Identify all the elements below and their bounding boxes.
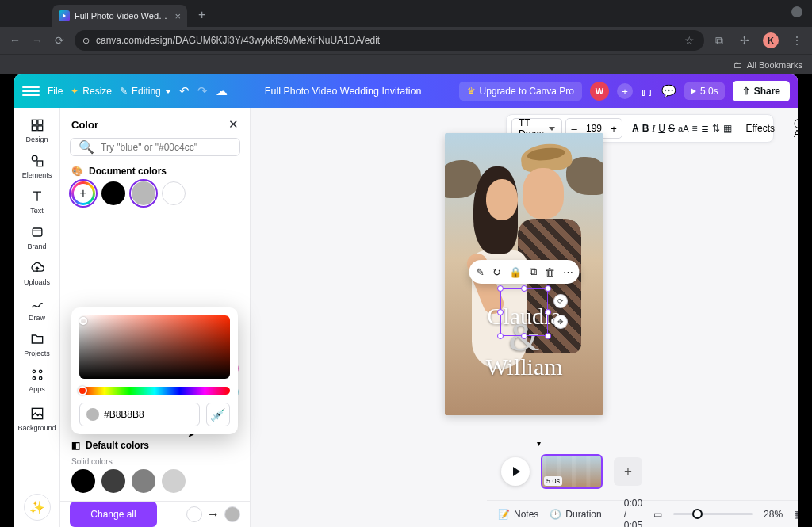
notes-button[interactable]: 📝Notes xyxy=(498,509,538,520)
grid-view-icon[interactable]: ▦ xyxy=(794,509,798,520)
lock-icon[interactable]: 🔒 xyxy=(509,266,522,278)
rail-design[interactable]: Design xyxy=(14,114,59,147)
add-collaborator-button[interactable]: + xyxy=(617,83,633,99)
transparency-button[interactable]: ▦ xyxy=(723,123,732,134)
add-page-button[interactable]: + xyxy=(614,457,642,486)
resize-handle[interactable] xyxy=(497,333,504,339)
resize-handle[interactable] xyxy=(497,309,504,315)
anthropic-icon[interactable]: ✢ xyxy=(737,35,752,46)
sv-handle[interactable] xyxy=(79,317,87,325)
new-tab-button[interactable]: + xyxy=(198,8,205,22)
text-name-2[interactable]: William xyxy=(485,353,562,380)
selection-box[interactable]: ⟳ ✥ xyxy=(500,288,548,336)
document-title[interactable]: Full Photo Video Wedding Invitation xyxy=(265,86,422,97)
profile-avatar[interactable]: K xyxy=(763,32,779,48)
rail-draw[interactable]: Draw xyxy=(14,292,59,325)
magic-button[interactable]: ✨ xyxy=(24,494,51,521)
spacing-button[interactable]: ⇅ xyxy=(712,123,720,134)
color-swatch[interactable] xyxy=(162,181,186,205)
window-control-icon[interactable] xyxy=(791,6,802,17)
resize-button[interactable]: ✦Resize xyxy=(71,86,112,97)
zoom-handle[interactable] xyxy=(692,509,703,519)
all-bookmarks-link[interactable]: All Bookmarks xyxy=(747,60,802,70)
strikethrough-button[interactable]: S xyxy=(668,123,675,134)
change-all-button[interactable]: Change all xyxy=(70,502,157,527)
rail-apps[interactable]: Apps xyxy=(14,364,59,396)
reload-icon[interactable]: ⟳ xyxy=(52,35,67,46)
color-swatch[interactable] xyxy=(102,181,125,205)
resize-handle[interactable] xyxy=(521,333,527,339)
resize-handle[interactable] xyxy=(497,285,504,292)
hue-handle[interactable] xyxy=(78,386,87,395)
text-case-button[interactable]: aA xyxy=(678,124,688,133)
resize-handle[interactable] xyxy=(521,285,527,292)
align-button[interactable]: ≡ xyxy=(692,123,698,134)
extensions-icon[interactable]: ⧉ xyxy=(712,35,726,46)
duration-button[interactable]: 🕑Duration xyxy=(550,509,601,520)
rail-background[interactable]: Background xyxy=(14,403,59,435)
forward-icon[interactable]: → xyxy=(30,35,44,46)
rail-text[interactable]: Text xyxy=(14,185,59,218)
pages-view-icon[interactable]: ▭ xyxy=(653,509,662,520)
editing-mode[interactable]: ✎Editing xyxy=(120,86,171,97)
share-button[interactable]: ⇧Share xyxy=(733,81,790,101)
rail-elements[interactable]: Elements xyxy=(14,150,59,182)
resize-handle[interactable] xyxy=(545,309,551,315)
color-swatch[interactable] xyxy=(102,469,125,493)
color-search[interactable]: 🔍 xyxy=(70,138,240,156)
comment-icon[interactable]: 💬 xyxy=(661,84,676,98)
resize-handle[interactable] xyxy=(545,285,551,292)
menu-hamburger-icon[interactable] xyxy=(22,86,40,96)
saturation-value-area[interactable] xyxy=(79,315,230,379)
effects-button[interactable]: Effects xyxy=(741,123,779,134)
undo-icon[interactable]: ↶ xyxy=(179,84,190,98)
redo-icon[interactable]: ↷ xyxy=(197,84,208,98)
hue-slider[interactable] xyxy=(79,387,230,395)
magic-edit-icon[interactable]: ✎ xyxy=(476,266,485,278)
upgrade-button[interactable]: ♛Upgrade to Canva Pro xyxy=(459,82,582,101)
sync-icon[interactable]: ↻ xyxy=(492,266,501,278)
zoom-slider[interactable] xyxy=(673,513,753,515)
hex-input[interactable]: #B8B8B8 xyxy=(79,403,200,426)
back-icon[interactable]: ← xyxy=(8,35,22,46)
animate-button[interactable]: ◯ Animate xyxy=(789,117,798,139)
url-box[interactable]: ⊙ canva.com/design/DAGUM6KJi3Y/43wykkf59… xyxy=(75,30,704,51)
add-color-swatch[interactable]: + xyxy=(71,181,95,205)
analytics-icon[interactable]: ⫾⫾ xyxy=(641,85,653,98)
color-swatch[interactable] xyxy=(162,469,186,493)
cloud-sync-icon[interactable]: ☁ xyxy=(216,84,228,98)
bookmark-star-icon[interactable]: ☆ xyxy=(682,35,696,46)
close-panel-icon[interactable]: ✕ xyxy=(228,117,239,132)
more-icon[interactable]: ⋯ xyxy=(563,266,573,278)
underline-button[interactable]: U xyxy=(658,123,665,134)
increase-size-button[interactable]: + xyxy=(606,119,622,138)
browser-tab[interactable]: Full Photo Video Wedding Inv × xyxy=(52,5,187,27)
canvas-area[interactable]: TT Drugs – 199 + A B I U S aA ≡ ≣ ⇅ ▦ Ef… xyxy=(251,108,798,527)
italic-button[interactable]: I xyxy=(652,123,655,135)
duplicate-icon[interactable]: ⧉ xyxy=(530,265,537,278)
color-swatch[interactable] xyxy=(132,469,155,493)
eyedropper-button[interactable]: 💉 xyxy=(206,403,230,426)
preview-play-button[interactable]: 5.0s xyxy=(684,82,725,100)
text-color-button[interactable]: A xyxy=(632,123,639,134)
bold-button[interactable]: B xyxy=(642,123,649,134)
rail-uploads[interactable]: Uploads xyxy=(14,257,59,289)
rotate-handle[interactable]: ⟳ xyxy=(553,294,568,308)
move-handle[interactable]: ✥ xyxy=(553,315,568,329)
resize-handle[interactable] xyxy=(545,333,551,339)
site-info-icon[interactable]: ⊙ xyxy=(82,36,90,46)
collaborator-avatar[interactable]: W xyxy=(590,82,609,101)
timeline-play-button[interactable] xyxy=(501,457,530,486)
close-tab-icon[interactable]: × xyxy=(174,10,181,22)
rail-brand[interactable]: Brand xyxy=(14,221,59,254)
delete-icon[interactable]: 🗑 xyxy=(545,266,555,278)
rail-projects[interactable]: Projects xyxy=(14,328,59,361)
timeline-frame[interactable]: 5.0s xyxy=(541,454,603,489)
font-size-value[interactable]: 199 xyxy=(582,123,606,134)
browser-menu-icon[interactable]: ⋮ xyxy=(790,35,804,46)
search-input[interactable] xyxy=(101,142,232,153)
color-swatch-selected[interactable] xyxy=(132,181,155,205)
file-menu[interactable]: File xyxy=(48,86,63,97)
list-button[interactable]: ≣ xyxy=(701,123,709,134)
zoom-value[interactable]: 28% xyxy=(764,509,783,520)
